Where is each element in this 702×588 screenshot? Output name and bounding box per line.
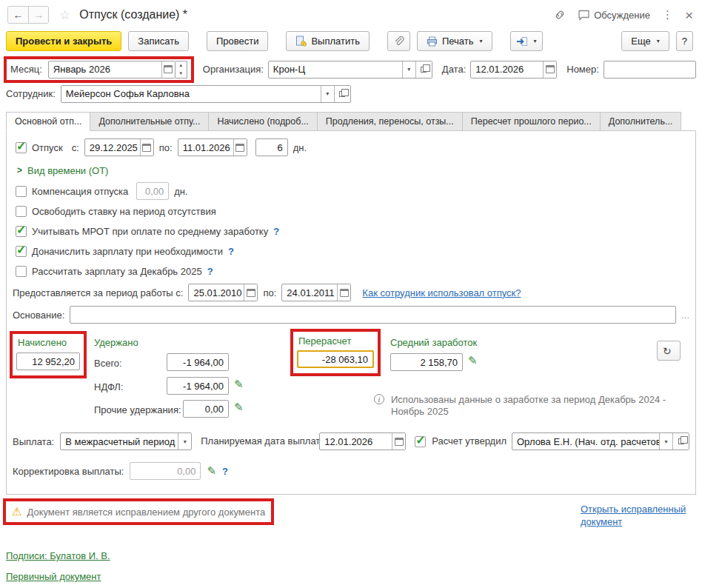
average-earnings-field[interactable]: 2 158,70 — [390, 353, 463, 371]
vacation-to-field[interactable]: 11.01.2026 — [178, 138, 247, 156]
accrued-field[interactable]: 12 952,20 — [16, 353, 80, 370]
tab-additional[interactable]: Дополнитель... — [601, 112, 682, 131]
spin-down-icon[interactable]: ▼ — [176, 70, 187, 78]
link-icon[interactable] — [554, 9, 566, 21]
month-spinner[interactable]: ▲▼ — [176, 61, 187, 78]
month-value[interactable]: Январь 2026 — [49, 61, 161, 78]
correction-edit-pencil-icon[interactable]: ✎ — [207, 464, 216, 478]
signatures-link[interactable]: Подписи: Булатов И. В. — [6, 550, 110, 561]
open-corrected-document-link[interactable]: Открыть исправленный документ — [581, 504, 693, 529]
calc-approved-checkbox[interactable] — [415, 436, 426, 447]
planned-date-value[interactable]: 12.01.2026 — [320, 433, 392, 450]
number-value[interactable] — [604, 61, 695, 78]
post-and-close-button[interactable]: Провести и закрыть — [6, 31, 121, 51]
work-period-from-field[interactable]: 25.01.2010 — [188, 284, 258, 301]
month-field[interactable]: Январь 2026 — [48, 61, 176, 78]
correction-value[interactable]: 0,00 — [130, 463, 200, 479]
accrued-value[interactable]: 12 952,20 — [32, 356, 75, 367]
forward-button[interactable]: → — [28, 7, 48, 23]
ndfl-field[interactable]: -1 964,00 — [167, 377, 229, 395]
open-icon[interactable] — [334, 86, 350, 102]
dropdown-arrow-icon[interactable] — [659, 433, 672, 450]
write-button[interactable]: Записать — [128, 31, 189, 51]
vacation-from-value[interactable]: 29.12.2025 — [85, 139, 140, 156]
calendar-icon[interactable] — [233, 139, 247, 156]
vacation-from-field[interactable]: 29.12.2025 — [84, 138, 154, 156]
other-withheld-value[interactable]: 0,00 — [205, 404, 224, 415]
accrue-more-hint[interactable]: ? — [228, 246, 234, 257]
ndfl-edit-pencil-icon[interactable]: ✎ — [234, 378, 244, 391]
recalc-field[interactable]: -28 063,10 — [297, 350, 374, 368]
basis-more-button[interactable]: ... — [681, 310, 689, 321]
calendar-icon[interactable] — [337, 284, 350, 301]
dropdown-arrow-icon[interactable] — [321, 86, 334, 102]
calendar-icon[interactable] — [161, 61, 175, 78]
open-icon[interactable] — [415, 61, 432, 78]
work-period-to-field[interactable]: 24.01.2011 — [281, 284, 351, 301]
average-earnings-value[interactable]: 2 158,70 — [420, 357, 458, 368]
dropdown-arrow-icon[interactable] — [402, 61, 415, 78]
other-withheld-field[interactable]: 0,00 — [183, 400, 229, 418]
open-icon[interactable] — [672, 433, 689, 450]
organization-value[interactable]: Крон-Ц — [269, 61, 402, 78]
tab-accrued-detail[interactable]: Начислено (подроб... — [209, 112, 317, 131]
payment-method-value[interactable]: В межрасчетный период — [61, 433, 178, 450]
help-button[interactable]: ? — [676, 31, 693, 51]
free-rate-checkbox[interactable] — [16, 206, 27, 217]
favorite-star-icon[interactable]: ☆ — [59, 7, 70, 23]
calc-salary-hint[interactable]: ? — [207, 266, 213, 277]
print-button[interactable]: Печать ▾ — [417, 31, 492, 51]
calc-salary-checkbox[interactable] — [16, 266, 27, 277]
more-button[interactable]: Еще ▾ — [621, 31, 669, 51]
approver-value[interactable]: Орлова Е.Н. (Нач. отд. расчетов г — [512, 433, 659, 450]
dropdown-arrow-icon[interactable] — [178, 433, 191, 450]
calendar-icon[interactable] — [543, 61, 556, 78]
mrot-hint[interactable]: ? — [273, 226, 279, 237]
export-button[interactable]: ▾ — [510, 31, 543, 51]
average-edit-pencil-icon[interactable]: ✎ — [468, 354, 478, 367]
menu-dots-icon[interactable]: ⋮ — [662, 8, 673, 21]
work-period-to-value[interactable]: 24.01.2011 — [282, 284, 337, 301]
attach-button[interactable] — [387, 31, 410, 51]
ndfl-value[interactable]: -1 964,00 — [183, 381, 224, 392]
date-field[interactable]: 12.01.2026 — [470, 61, 557, 78]
post-button[interactable]: Провести — [207, 31, 269, 51]
spin-up-icon[interactable]: ▲ — [176, 61, 187, 70]
withheld-total-field[interactable]: -1 964,00 — [167, 353, 229, 371]
date-value[interactable]: 12.01.2026 — [471, 61, 543, 78]
tab-additional-vacations[interactable]: Дополнительные отпу... — [90, 112, 209, 131]
time-kind-link[interactable]: Вид времени (ОТ) — [27, 165, 108, 176]
basis-field[interactable] — [70, 306, 676, 324]
compensation-days-field[interactable]: 0,00 — [136, 182, 169, 200]
vacation-usage-link[interactable]: Как сотрудник использовал отпуск? — [362, 287, 521, 298]
back-button[interactable]: ← — [8, 7, 28, 23]
mrot-checkbox[interactable] — [16, 226, 27, 237]
refresh-button[interactable]: ↻ — [657, 341, 681, 361]
recalc-value[interactable]: -28 063,10 — [322, 354, 368, 365]
planned-date-field[interactable]: 12.01.2026 — [319, 432, 406, 450]
employee-value[interactable]: Мейерсон Софья Карловна — [61, 86, 321, 102]
compensation-checkbox[interactable] — [16, 186, 27, 197]
tab-main-vacation[interactable]: Основной отп... — [6, 112, 90, 131]
calendar-icon[interactable] — [392, 433, 405, 450]
discussion-button[interactable]: Обсуждение — [578, 10, 650, 21]
accrue-more-checkbox[interactable] — [16, 246, 27, 257]
number-field[interactable] — [604, 61, 696, 78]
correction-field[interactable]: 0,00 — [130, 462, 201, 480]
approver-field[interactable]: Орлова Е.Н. (Нач. отд. расчетов г — [512, 432, 689, 450]
close-icon[interactable]: × — [685, 8, 693, 22]
other-withheld-edit-pencil-icon[interactable]: ✎ — [234, 401, 244, 414]
calendar-icon[interactable] — [140, 139, 153, 156]
basis-value[interactable] — [70, 307, 675, 323]
compensation-days-value[interactable]: 0,00 — [137, 183, 168, 199]
employee-field[interactable]: Мейерсон Софья Карловна — [61, 85, 351, 103]
calendar-icon[interactable] — [244, 284, 257, 301]
vacation-checkbox[interactable] — [16, 142, 27, 153]
withheld-total-value[interactable]: -1 964,00 — [183, 357, 224, 368]
correction-hint[interactable]: ? — [222, 466, 228, 477]
organization-field[interactable]: Крон-Ц — [268, 61, 432, 78]
vacation-days-value[interactable]: 6 — [256, 139, 287, 156]
payment-method-field[interactable]: В межрасчетный период — [60, 432, 192, 450]
vacation-to-value[interactable]: 11.01.2026 — [178, 139, 233, 156]
work-period-from-value[interactable]: 25.01.2010 — [189, 284, 244, 301]
